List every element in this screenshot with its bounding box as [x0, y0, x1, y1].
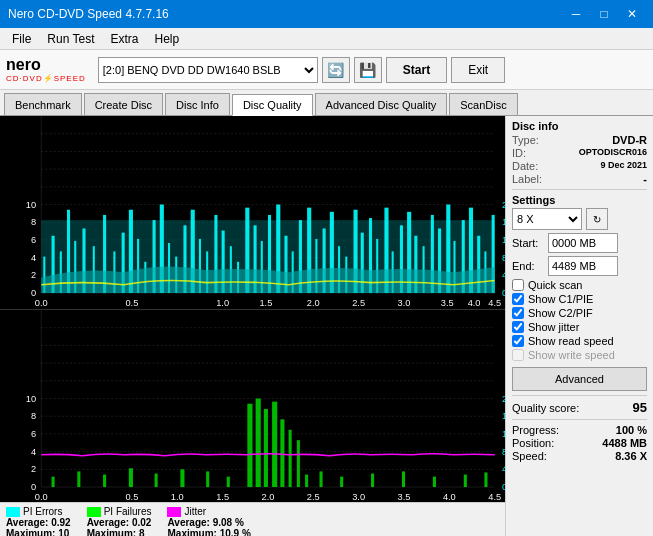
quick-scan-row: Quick scan [512, 279, 647, 291]
svg-text:3.5: 3.5 [398, 491, 411, 501]
show-write-checkbox[interactable] [512, 349, 524, 361]
exit-button[interactable]: Exit [451, 57, 505, 83]
svg-text:6: 6 [31, 429, 36, 439]
svg-rect-119 [103, 474, 106, 486]
disc-type-row: Type: DVD-R [512, 134, 647, 146]
nero-logo-sub: CD·DVD⚡SPEED [6, 74, 86, 83]
pi-failures-max-value: 8 [139, 528, 145, 536]
tab-benchmark[interactable]: Benchmark [4, 93, 82, 115]
disc-date-label: Date: [512, 160, 538, 172]
svg-text:2.5: 2.5 [307, 491, 320, 501]
legend-pi-errors: PI Errors Average: 0.92 Maximum: 10 Tota… [6, 506, 71, 536]
svg-rect-136 [402, 471, 405, 487]
show-jitter-row: Show jitter [512, 321, 647, 333]
speed-value: 8.36 X [615, 450, 647, 462]
pi-failures-max-label: Maximum: [87, 528, 136, 536]
pi-errors-label: PI Errors [23, 506, 62, 517]
speed-label: Speed: [512, 450, 547, 462]
speed-refresh-button[interactable]: ↻ [586, 208, 608, 230]
menu-runtest[interactable]: Run Test [39, 30, 102, 48]
legend-row: PI Errors Average: 0.92 Maximum: 10 Tota… [6, 506, 499, 536]
toolbar: nero CD·DVD⚡SPEED [2:0] BENQ DVD DD DW16… [0, 50, 653, 90]
drive-select[interactable]: [2:0] BENQ DVD DD DW1640 BSLB [98, 57, 318, 83]
speed-select[interactable]: 8 X [512, 208, 582, 230]
tab-advanced-disc-quality[interactable]: Advanced Disc Quality [315, 93, 448, 115]
svg-text:0.0: 0.0 [35, 297, 48, 307]
svg-text:8: 8 [31, 411, 36, 421]
svg-text:1.0: 1.0 [216, 297, 229, 307]
show-c2-label: Show C2/PIF [528, 307, 593, 319]
show-read-row: Show read speed [512, 335, 647, 347]
right-panel: Disc info Type: DVD-R ID: OPTODISCR016 D… [505, 116, 653, 536]
jitter-max-label: Maximum: [167, 528, 216, 536]
show-c2-checkbox[interactable] [512, 307, 524, 319]
maximize-button[interactable]: □ [591, 4, 617, 24]
svg-rect-130 [289, 429, 292, 486]
quick-scan-checkbox[interactable] [512, 279, 524, 291]
show-jitter-checkbox[interactable] [512, 321, 524, 333]
start-row: Start: [512, 233, 647, 253]
advanced-button[interactable]: Advanced [512, 367, 647, 391]
svg-rect-138 [464, 474, 467, 486]
position-value: 4488 MB [602, 437, 647, 449]
menu-extra[interactable]: Extra [102, 30, 146, 48]
pi-failures-color-icon [87, 507, 101, 517]
settings-title: Settings [512, 194, 647, 206]
menu-file[interactable]: File [4, 30, 39, 48]
svg-text:4: 4 [31, 446, 36, 456]
tab-scan-disc[interactable]: ScanDisc [449, 93, 517, 115]
svg-text:6: 6 [31, 235, 36, 245]
tab-disc-info[interactable]: Disc Info [165, 93, 230, 115]
menu-help[interactable]: Help [147, 30, 188, 48]
svg-text:20: 20 [502, 393, 505, 403]
divider-1 [512, 189, 647, 190]
disc-info-title: Disc info [512, 120, 647, 132]
top-chart-svg: 0 2 4 6 8 10 0 4 8 12 16 20 [0, 116, 505, 309]
svg-text:10: 10 [26, 393, 36, 403]
show-c1-checkbox[interactable] [512, 293, 524, 305]
svg-text:3.0: 3.0 [398, 297, 411, 307]
close-button[interactable]: ✕ [619, 4, 645, 24]
svg-text:8: 8 [502, 253, 505, 263]
show-jitter-label: Show jitter [528, 321, 579, 333]
svg-text:4.0: 4.0 [443, 491, 456, 501]
app-title: Nero CD-DVD Speed 4.7.7.16 [8, 7, 169, 21]
svg-text:1.0: 1.0 [171, 491, 184, 501]
svg-rect-132 [305, 474, 308, 486]
jitter-label: Jitter [184, 506, 206, 517]
tab-disc-quality[interactable]: Disc Quality [232, 94, 313, 116]
save-button[interactable]: 💾 [354, 57, 382, 83]
svg-rect-126 [256, 398, 261, 487]
progress-value: 100 % [616, 424, 647, 436]
pi-errors-avg-value: 0.92 [51, 517, 70, 528]
start-input[interactable] [548, 233, 618, 253]
svg-text:3.5: 3.5 [441, 297, 454, 307]
svg-rect-139 [484, 472, 487, 487]
tab-create-disc[interactable]: Create Disc [84, 93, 163, 115]
show-read-checkbox[interactable] [512, 335, 524, 347]
svg-text:4: 4 [31, 253, 36, 263]
disc-type-label: Type: [512, 134, 539, 146]
bottom-chart: 0 2 4 6 8 10 0 4 8 12 16 20 [0, 310, 505, 503]
pi-failures-avg-label: Average: [87, 517, 129, 528]
svg-text:2.0: 2.0 [262, 491, 275, 501]
speed-row: 8 X ↻ [512, 208, 647, 230]
titlebar-title: Nero CD-DVD Speed 4.7.7.16 [8, 7, 169, 21]
divider-3 [512, 419, 647, 420]
svg-rect-125 [247, 403, 252, 486]
quality-score-value: 95 [633, 400, 647, 415]
jitter-max-value: 10.9 % [220, 528, 251, 536]
end-input[interactable] [548, 256, 618, 276]
svg-text:4.5: 4.5 [488, 491, 501, 501]
start-button[interactable]: Start [386, 57, 447, 83]
minimize-button[interactable]: ─ [563, 4, 589, 24]
refresh-button[interactable]: 🔄 [322, 57, 350, 83]
svg-text:10: 10 [26, 200, 36, 210]
top-chart: 0 2 4 6 8 10 0 4 8 12 16 20 [0, 116, 505, 310]
nero-logo: nero CD·DVD⚡SPEED [6, 56, 86, 83]
svg-rect-137 [433, 476, 436, 486]
svg-text:2.0: 2.0 [307, 297, 320, 307]
start-label: Start: [512, 237, 544, 249]
svg-rect-133 [319, 471, 322, 487]
show-c1-label: Show C1/PIE [528, 293, 593, 305]
